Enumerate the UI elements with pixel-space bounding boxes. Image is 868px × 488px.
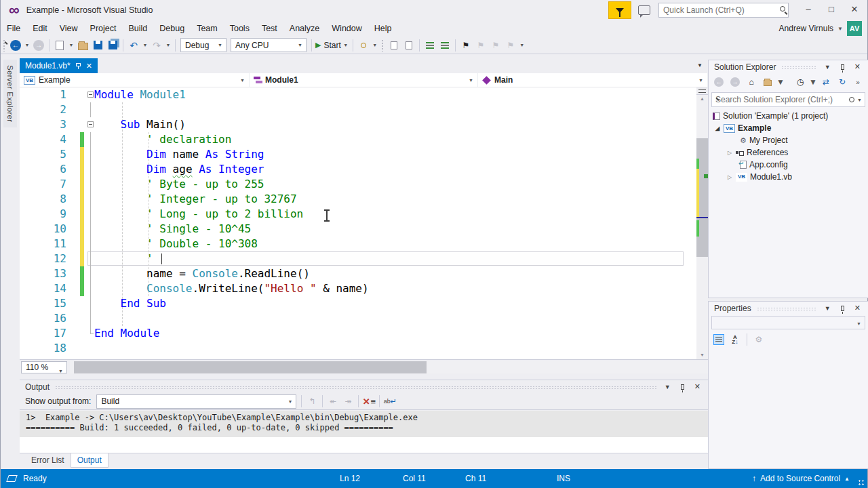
code-editor[interactable]: 1Module Module123 Sub Main()4 ' declarat… bbox=[20, 87, 708, 359]
refresh-icon[interactable]: ↻ bbox=[835, 75, 849, 89]
find-message-icon[interactable]: ↰ bbox=[305, 394, 319, 408]
code-line[interactable]: 12 ' bbox=[20, 251, 708, 266]
properties-object-select[interactable]: ▼ bbox=[711, 316, 865, 329]
bookmarks-clear-icon[interactable]: ⚑ bbox=[504, 39, 517, 52]
member-dropdown[interactable]: Main ▼ bbox=[478, 73, 708, 87]
start-debug-button[interactable]: ▶Start bbox=[315, 39, 341, 52]
tab-output[interactable]: Output bbox=[71, 453, 108, 468]
code-text[interactable]: ' Byte - up to 255 bbox=[94, 177, 264, 192]
code-line[interactable]: 10 ' Single - 10^45 bbox=[20, 222, 708, 237]
menu-edit[interactable]: Edit bbox=[26, 20, 54, 37]
type-dropdown[interactable]: Module1 ▼ bbox=[250, 73, 478, 87]
save-all-icon[interactable] bbox=[106, 39, 119, 52]
code-text[interactable]: Console.WriteLine("Hello " & name) bbox=[94, 281, 369, 296]
close-icon[interactable]: ✕ bbox=[852, 62, 863, 71]
indent-increase-icon[interactable] bbox=[402, 39, 416, 52]
home-icon[interactable]: ⌂ bbox=[745, 75, 758, 89]
pending-changes-filter-icon[interactable]: ◷ bbox=[793, 75, 807, 89]
document-list-dropdown[interactable]: ▼ bbox=[697, 62, 703, 68]
menu-project[interactable]: Project bbox=[84, 20, 123, 37]
collapse-toggle-icon[interactable] bbox=[87, 121, 94, 127]
add-to-source-control-button[interactable]: ↑ Add to Source Control ▲ bbox=[752, 474, 850, 483]
tab-error-list[interactable]: Error List bbox=[25, 453, 71, 468]
pin-icon[interactable] bbox=[681, 384, 684, 390]
tree-item-app-config[interactable]: App.config bbox=[709, 159, 868, 171]
document-tab[interactable]: Module1.vb* ✕ bbox=[20, 58, 98, 73]
collapse-toggle-icon[interactable] bbox=[87, 92, 94, 98]
menu-team[interactable]: Team bbox=[191, 20, 224, 37]
quick-launch-input[interactable] bbox=[658, 3, 789, 18]
categorized-icon[interactable] bbox=[712, 333, 726, 346]
clear-all-icon[interactable]: ✕≡ bbox=[362, 394, 376, 408]
code-line[interactable]: 2 bbox=[20, 102, 708, 117]
code-line[interactable]: 8 ' Integer - up to 32767 bbox=[20, 192, 708, 207]
toolbar-drag-handle[interactable] bbox=[3, 39, 6, 52]
solution-explorer-search[interactable]: ▼ bbox=[711, 92, 865, 107]
code-line[interactable]: 4 ' declaration bbox=[20, 132, 708, 147]
tree-item-my-project[interactable]: ⚙ My Project bbox=[709, 134, 868, 146]
navigate-backward-button[interactable]: ← bbox=[9, 39, 22, 52]
solution-explorer-header[interactable]: Solution Explorer ▼ ✕ bbox=[709, 60, 868, 73]
code-line[interactable]: 5 Dim name As String bbox=[20, 147, 708, 162]
toolbar-overflow[interactable]: » bbox=[851, 75, 865, 89]
bookmark-next-icon[interactable]: ⚑ bbox=[489, 39, 502, 52]
avatar[interactable]: AV bbox=[847, 21, 862, 36]
bookmark-dropdown[interactable]: ▼ bbox=[519, 39, 526, 52]
navigate-forward-button[interactable]: → bbox=[32, 39, 45, 52]
outlining-margin[interactable] bbox=[87, 87, 94, 102]
code-line[interactable]: 18 bbox=[20, 341, 708, 356]
code-text[interactable]: Dim age As Integer bbox=[94, 162, 264, 177]
properties-header[interactable]: Properties ▼ ✕ bbox=[709, 302, 868, 314]
switch-views-icon[interactable] bbox=[761, 75, 774, 89]
menu-debug[interactable]: Debug bbox=[153, 20, 191, 37]
user-name[interactable]: Andrew Virnuls bbox=[779, 24, 833, 33]
scrollbar-thumb[interactable] bbox=[74, 361, 427, 373]
undo-icon[interactable]: ↶ bbox=[127, 39, 140, 52]
code-line[interactable]: 15 End Sub bbox=[20, 296, 708, 311]
code-text[interactable]: End Module bbox=[94, 326, 159, 341]
start-dropdown[interactable]: ▼ bbox=[342, 39, 349, 52]
tree-item-project-example[interactable]: ◢ VB Example bbox=[709, 122, 868, 134]
outlining-margin[interactable] bbox=[87, 117, 94, 132]
switch-views-dropdown[interactable]: ▼ bbox=[777, 75, 784, 89]
output-panel-header[interactable]: Output ▼ ✕ bbox=[20, 380, 708, 393]
editor-vertical-scrollbar[interactable]: ▲ ▼ bbox=[696, 87, 708, 359]
menu-window[interactable]: Window bbox=[326, 20, 368, 37]
close-icon[interactable]: ✕ bbox=[852, 304, 863, 312]
back-icon[interactable]: ← bbox=[712, 75, 726, 89]
code-line[interactable]: 7 ' Byte - up to 255 bbox=[20, 177, 708, 192]
code-text[interactable]: ' declaration bbox=[94, 132, 231, 147]
project-dropdown[interactable]: VB Example ▼ bbox=[20, 73, 250, 87]
pin-icon[interactable] bbox=[841, 64, 844, 70]
code-text[interactable]: Sub Main() bbox=[94, 117, 186, 132]
close-icon[interactable]: ✕ bbox=[692, 382, 703, 391]
navigate-backward-dropdown[interactable]: ▼ bbox=[24, 39, 31, 52]
scroll-up-arrow[interactable]: ▲ bbox=[696, 96, 708, 101]
bookmark-toggle-icon[interactable]: ⚑ bbox=[459, 39, 473, 52]
split-window-handle[interactable] bbox=[696, 87, 708, 95]
redo-icon[interactable]: ↷ bbox=[150, 39, 163, 52]
menu-analyze[interactable]: Analyze bbox=[283, 20, 326, 37]
toolbar-overflow[interactable]: ▼ bbox=[372, 39, 378, 52]
forward-icon[interactable]: → bbox=[728, 75, 742, 89]
zoom-level-select[interactable]: 110 %▼ bbox=[21, 361, 67, 373]
menu-tools[interactable]: Tools bbox=[224, 20, 256, 37]
code-text[interactable]: Module Module1 bbox=[94, 87, 186, 102]
code-line[interactable]: 9 ' Long - up to 2 billion bbox=[20, 207, 708, 222]
solution-platform-select[interactable]: Any CPU▼ bbox=[231, 38, 307, 52]
maximize-button[interactable]: □ bbox=[821, 2, 842, 18]
search-options-dropdown[interactable]: ▼ bbox=[857, 98, 862, 102]
resize-grip[interactable] bbox=[858, 479, 865, 486]
tree-item-solution[interactable]: Solution 'Example' (1 project) bbox=[709, 110, 868, 122]
tree-item-references[interactable]: ▷ References bbox=[709, 146, 868, 159]
notifications-flag-button[interactable] bbox=[608, 1, 631, 19]
save-icon[interactable] bbox=[91, 39, 104, 52]
code-text[interactable]: Dim name As String bbox=[94, 147, 264, 162]
server-explorer-tab[interactable]: Server Explorer bbox=[3, 60, 17, 127]
code-text[interactable]: End Sub bbox=[94, 296, 166, 311]
close-tab-icon[interactable]: ✕ bbox=[86, 62, 92, 70]
filter-dropdown[interactable]: ▼ bbox=[810, 75, 816, 89]
code-text[interactable]: ' Integer - up to 32767 bbox=[94, 192, 297, 207]
menu-file[interactable]: File bbox=[1, 20, 26, 37]
window-position-dropdown[interactable]: ▼ bbox=[823, 64, 833, 70]
